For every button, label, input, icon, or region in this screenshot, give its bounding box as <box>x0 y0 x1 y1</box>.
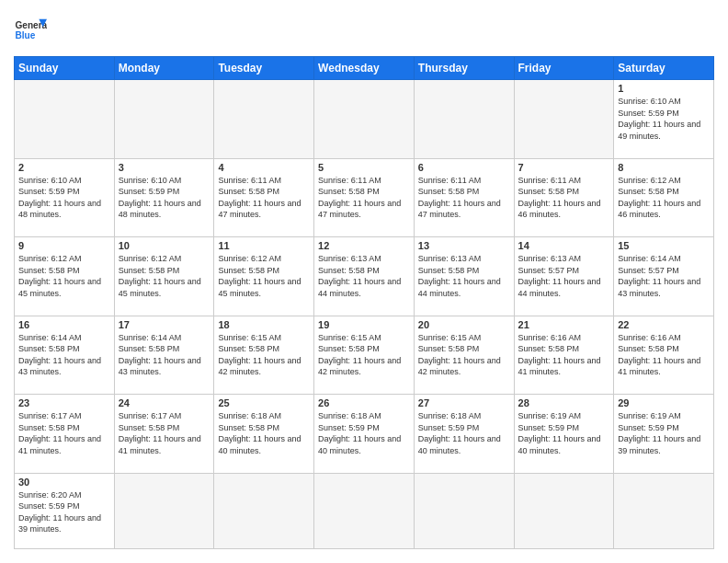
calendar-cell <box>114 473 214 549</box>
day-number: 23 <box>18 397 110 408</box>
day-info: Sunrise: 6:16 AMSunset: 5:58 PMDaylight:… <box>518 332 610 378</box>
calendar-cell <box>514 80 614 159</box>
calendar-cell: 26Sunrise: 6:18 AMSunset: 5:59 PMDayligh… <box>314 395 415 474</box>
calendar-cell: 4Sunrise: 6:11 AMSunset: 5:58 PMDaylight… <box>214 158 314 237</box>
day-number: 25 <box>218 397 310 408</box>
day-info: Sunrise: 6:18 AMSunset: 5:59 PMDaylight:… <box>318 410 410 456</box>
calendar-cell: 27Sunrise: 6:18 AMSunset: 5:59 PMDayligh… <box>414 395 514 474</box>
day-number: 29 <box>618 397 710 408</box>
page: General Blue SundayMondayTuesdayWednesda… <box>0 0 728 563</box>
calendar-cell: 12Sunrise: 6:13 AMSunset: 5:58 PMDayligh… <box>314 237 415 316</box>
week-row-1: 1Sunrise: 6:10 AMSunset: 5:59 PMDaylight… <box>15 80 714 159</box>
column-header-wednesday: Wednesday <box>314 57 415 80</box>
day-info: Sunrise: 6:13 AMSunset: 5:58 PMDaylight:… <box>418 253 510 299</box>
calendar-cell: 6Sunrise: 6:11 AMSunset: 5:58 PMDaylight… <box>414 158 514 237</box>
week-row-5: 23Sunrise: 6:17 AMSunset: 5:58 PMDayligh… <box>15 395 714 474</box>
calendar-cell <box>314 473 415 549</box>
day-number: 11 <box>218 240 310 251</box>
calendar-cell: 24Sunrise: 6:17 AMSunset: 5:58 PMDayligh… <box>114 395 214 474</box>
calendar-cell: 29Sunrise: 6:19 AMSunset: 5:59 PMDayligh… <box>614 395 714 474</box>
calendar-cell: 16Sunrise: 6:14 AMSunset: 5:58 PMDayligh… <box>15 316 115 395</box>
day-number: 13 <box>418 240 510 251</box>
header: General Blue <box>14 14 714 47</box>
day-number: 1 <box>618 83 710 94</box>
day-number: 12 <box>318 240 410 251</box>
svg-text:Blue: Blue <box>15 30 35 40</box>
calendar-cell: 22Sunrise: 6:16 AMSunset: 5:58 PMDayligh… <box>614 316 714 395</box>
calendar-cell: 13Sunrise: 6:13 AMSunset: 5:58 PMDayligh… <box>414 237 514 316</box>
day-number: 3 <box>119 162 210 173</box>
calendar-cell: 17Sunrise: 6:14 AMSunset: 5:58 PMDayligh… <box>114 316 214 395</box>
column-header-sunday: Sunday <box>15 57 115 80</box>
calendar-header-row: SundayMondayTuesdayWednesdayThursdayFrid… <box>15 57 714 80</box>
logo-icon: General Blue <box>14 14 47 47</box>
calendar-cell <box>314 80 415 159</box>
day-info: Sunrise: 6:20 AMSunset: 5:59 PMDaylight:… <box>18 489 110 535</box>
calendar-cell: 19Sunrise: 6:15 AMSunset: 5:58 PMDayligh… <box>314 316 415 395</box>
day-number: 17 <box>119 319 210 330</box>
day-number: 7 <box>518 162 610 173</box>
day-info: Sunrise: 6:17 AMSunset: 5:58 PMDaylight:… <box>119 410 210 456</box>
calendar-cell <box>15 80 115 159</box>
day-number: 22 <box>618 319 710 330</box>
day-number: 21 <box>518 319 610 330</box>
day-number: 2 <box>18 162 110 173</box>
calendar-cell: 15Sunrise: 6:14 AMSunset: 5:57 PMDayligh… <box>614 237 714 316</box>
column-header-friday: Friday <box>514 57 614 80</box>
day-info: Sunrise: 6:12 AMSunset: 5:58 PMDaylight:… <box>218 253 310 299</box>
calendar-cell: 21Sunrise: 6:16 AMSunset: 5:58 PMDayligh… <box>514 316 614 395</box>
calendar-cell <box>114 80 214 159</box>
day-number: 14 <box>518 240 610 251</box>
day-info: Sunrise: 6:12 AMSunset: 5:58 PMDaylight:… <box>119 253 210 299</box>
day-info: Sunrise: 6:15 AMSunset: 5:58 PMDaylight:… <box>218 332 310 378</box>
calendar-cell: 7Sunrise: 6:11 AMSunset: 5:58 PMDaylight… <box>514 158 614 237</box>
day-number: 9 <box>18 240 110 251</box>
day-number: 10 <box>119 240 210 251</box>
day-info: Sunrise: 6:15 AMSunset: 5:58 PMDaylight:… <box>418 332 510 378</box>
week-row-3: 9Sunrise: 6:12 AMSunset: 5:58 PMDaylight… <box>15 237 714 316</box>
day-info: Sunrise: 6:18 AMSunset: 5:58 PMDaylight:… <box>218 410 310 456</box>
day-info: Sunrise: 6:10 AMSunset: 5:59 PMDaylight:… <box>618 96 710 142</box>
calendar-cell: 8Sunrise: 6:12 AMSunset: 5:58 PMDaylight… <box>614 158 714 237</box>
calendar-cell: 23Sunrise: 6:17 AMSunset: 5:58 PMDayligh… <box>15 395 115 474</box>
calendar-cell <box>514 473 614 549</box>
column-header-tuesday: Tuesday <box>214 57 314 80</box>
day-info: Sunrise: 6:15 AMSunset: 5:58 PMDaylight:… <box>318 332 410 378</box>
column-header-thursday: Thursday <box>414 57 514 80</box>
day-number: 24 <box>119 397 210 408</box>
day-number: 8 <box>618 162 710 173</box>
calendar-cell <box>214 473 314 549</box>
day-info: Sunrise: 6:11 AMSunset: 5:58 PMDaylight:… <box>318 175 410 221</box>
calendar-cell: 3Sunrise: 6:10 AMSunset: 5:59 PMDaylight… <box>114 158 214 237</box>
day-info: Sunrise: 6:11 AMSunset: 5:58 PMDaylight:… <box>518 175 610 221</box>
day-number: 5 <box>318 162 410 173</box>
calendar-cell: 30Sunrise: 6:20 AMSunset: 5:59 PMDayligh… <box>15 473 115 549</box>
day-number: 30 <box>18 477 110 488</box>
day-info: Sunrise: 6:14 AMSunset: 5:58 PMDaylight:… <box>18 332 110 378</box>
day-info: Sunrise: 6:12 AMSunset: 5:58 PMDaylight:… <box>18 253 110 299</box>
day-number: 28 <box>518 397 610 408</box>
week-row-4: 16Sunrise: 6:14 AMSunset: 5:58 PMDayligh… <box>15 316 714 395</box>
calendar-cell: 20Sunrise: 6:15 AMSunset: 5:58 PMDayligh… <box>414 316 514 395</box>
day-info: Sunrise: 6:10 AMSunset: 5:59 PMDaylight:… <box>119 175 210 221</box>
day-number: 15 <box>618 240 710 251</box>
day-number: 27 <box>418 397 510 408</box>
calendar-cell: 14Sunrise: 6:13 AMSunset: 5:57 PMDayligh… <box>514 237 614 316</box>
day-info: Sunrise: 6:16 AMSunset: 5:58 PMDaylight:… <box>618 332 710 378</box>
calendar-cell <box>414 473 514 549</box>
week-row-6: 30Sunrise: 6:20 AMSunset: 5:59 PMDayligh… <box>15 473 714 549</box>
calendar-cell: 9Sunrise: 6:12 AMSunset: 5:58 PMDaylight… <box>15 237 115 316</box>
day-info: Sunrise: 6:12 AMSunset: 5:58 PMDaylight:… <box>618 175 710 221</box>
calendar-cell: 10Sunrise: 6:12 AMSunset: 5:58 PMDayligh… <box>114 237 214 316</box>
column-header-monday: Monday <box>114 57 214 80</box>
calendar-cell <box>214 80 314 159</box>
calendar-cell <box>414 80 514 159</box>
day-info: Sunrise: 6:11 AMSunset: 5:58 PMDaylight:… <box>218 175 310 221</box>
day-info: Sunrise: 6:14 AMSunset: 5:57 PMDaylight:… <box>618 253 710 299</box>
day-number: 4 <box>218 162 310 173</box>
calendar-cell: 5Sunrise: 6:11 AMSunset: 5:58 PMDaylight… <box>314 158 415 237</box>
column-header-saturday: Saturday <box>614 57 714 80</box>
day-info: Sunrise: 6:14 AMSunset: 5:58 PMDaylight:… <box>119 332 210 378</box>
calendar-cell: 28Sunrise: 6:19 AMSunset: 5:59 PMDayligh… <box>514 395 614 474</box>
day-number: 18 <box>218 319 310 330</box>
